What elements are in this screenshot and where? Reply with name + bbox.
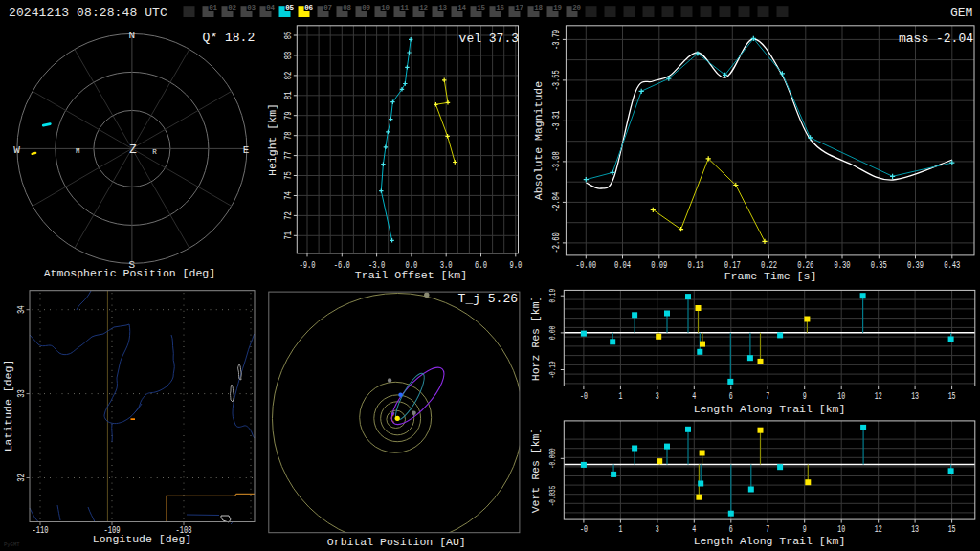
svg-text:Height [km]: Height [km] bbox=[266, 103, 278, 176]
svg-text:18: 18 bbox=[534, 4, 543, 11]
svg-text:07: 07 bbox=[323, 4, 331, 11]
svg-text:34: 34 bbox=[15, 305, 27, 314]
svg-text:20241213 08:28:48 UTC: 20241213 08:28:48 UTC bbox=[9, 6, 167, 20]
svg-text:09: 09 bbox=[362, 4, 370, 11]
svg-text:T_j 5.26: T_j 5.26 bbox=[458, 292, 518, 306]
svg-text:6.0: 6.0 bbox=[475, 260, 487, 272]
svg-text:-0.19: -0.19 bbox=[546, 361, 557, 378]
svg-text:0.13: 0.13 bbox=[687, 260, 703, 272]
svg-text:Vert Res [km]: Vert Res [km] bbox=[529, 428, 542, 514]
svg-text:-0.00: -0.00 bbox=[576, 260, 596, 272]
svg-text:15: 15 bbox=[948, 523, 956, 535]
svg-text:17: 17 bbox=[515, 4, 523, 11]
svg-text:13: 13 bbox=[911, 523, 919, 535]
svg-text:Frame Time [s]: Frame Time [s] bbox=[724, 270, 817, 282]
svg-text:Orbital Position [AU]: Orbital Position [AU] bbox=[327, 536, 466, 548]
svg-text:20: 20 bbox=[572, 4, 581, 11]
svg-text:-3.31: -3.31 bbox=[550, 111, 562, 131]
svg-text:05: 05 bbox=[285, 4, 294, 11]
svg-text:10: 10 bbox=[837, 523, 845, 535]
svg-text:79: 79 bbox=[282, 111, 294, 120]
svg-text:81: 81 bbox=[282, 92, 294, 100]
svg-text:10: 10 bbox=[837, 391, 845, 403]
svg-text:78: 78 bbox=[282, 131, 294, 140]
svg-text:0.30: 0.30 bbox=[834, 260, 850, 272]
svg-text:Z: Z bbox=[129, 143, 137, 157]
svg-text:7: 7 bbox=[766, 391, 769, 403]
svg-text:85: 85 bbox=[282, 32, 294, 40]
svg-text:1: 1 bbox=[618, 391, 622, 403]
svg-text:Length Along Trail [km]: Length Along Trail [km] bbox=[694, 403, 846, 415]
svg-text:-2.84: -2.84 bbox=[550, 192, 562, 212]
svg-text:-3.08: -3.08 bbox=[550, 151, 562, 171]
svg-text:N: N bbox=[129, 30, 136, 41]
svg-text:6: 6 bbox=[729, 391, 733, 403]
svg-text:-3.55: -3.55 bbox=[550, 70, 562, 90]
svg-text:-2.60: -2.60 bbox=[550, 232, 562, 253]
svg-text:vel 37.3: vel 37.3 bbox=[459, 32, 519, 46]
svg-text:Length Along Trail [km]: Length Along Trail [km] bbox=[694, 535, 846, 547]
svg-text:4: 4 bbox=[692, 391, 696, 403]
svg-text:6: 6 bbox=[729, 523, 733, 535]
svg-text:74: 74 bbox=[282, 191, 294, 200]
svg-text:83: 83 bbox=[282, 52, 294, 60]
svg-text:75: 75 bbox=[282, 171, 294, 180]
svg-text:Trail Offset [km]: Trail Offset [km] bbox=[355, 269, 467, 281]
svg-text:0.19: 0.19 bbox=[546, 289, 557, 303]
svg-text:M: M bbox=[76, 147, 80, 155]
svg-text:W: W bbox=[13, 144, 20, 156]
svg-text:GEM: GEM bbox=[950, 6, 972, 20]
svg-text:13: 13 bbox=[438, 4, 447, 11]
svg-text:1: 1 bbox=[618, 523, 622, 535]
svg-text:06: 06 bbox=[304, 4, 313, 11]
svg-text:-9.0: -9.0 bbox=[299, 260, 315, 272]
svg-text:-0: -0 bbox=[580, 391, 588, 403]
svg-text:71: 71 bbox=[282, 231, 294, 240]
svg-text:-0: -0 bbox=[580, 523, 588, 535]
svg-text:32: 32 bbox=[15, 474, 27, 482]
svg-text:10: 10 bbox=[381, 4, 390, 11]
svg-text:-0.035: -0.035 bbox=[546, 485, 557, 506]
svg-text:11: 11 bbox=[400, 4, 409, 11]
svg-text:Atmospheric Position [deg]: Atmospheric Position [deg] bbox=[44, 267, 215, 279]
svg-text:Absolute Magnitude: Absolute Magnitude bbox=[532, 81, 545, 200]
svg-text:08: 08 bbox=[343, 4, 351, 11]
svg-text:0.35: 0.35 bbox=[871, 260, 887, 272]
svg-text:02: 02 bbox=[228, 4, 236, 11]
svg-text:0.00: 0.00 bbox=[546, 325, 557, 340]
svg-text:16: 16 bbox=[496, 4, 504, 11]
svg-text:19: 19 bbox=[553, 4, 562, 11]
svg-text:14: 14 bbox=[457, 4, 466, 11]
svg-text:15: 15 bbox=[948, 391, 956, 403]
svg-text:R: R bbox=[152, 148, 157, 156]
svg-text:04: 04 bbox=[266, 4, 275, 11]
svg-text:Q* 18.2: Q* 18.2 bbox=[203, 31, 256, 45]
svg-text:9: 9 bbox=[803, 523, 807, 535]
svg-text:9.0: 9.0 bbox=[509, 260, 522, 272]
svg-text:Horz Res [km]: Horz Res [km] bbox=[529, 296, 542, 382]
svg-text:12: 12 bbox=[875, 523, 882, 535]
svg-text:15: 15 bbox=[477, 4, 485, 11]
svg-text:3: 3 bbox=[656, 391, 659, 403]
svg-text:0.43: 0.43 bbox=[944, 260, 960, 272]
svg-text:0.04: 0.04 bbox=[614, 260, 631, 272]
svg-text:33: 33 bbox=[15, 389, 27, 398]
svg-text:01: 01 bbox=[209, 4, 217, 11]
svg-text:0.09: 0.09 bbox=[651, 260, 667, 272]
svg-text:03: 03 bbox=[247, 4, 256, 11]
svg-text:PyGMT: PyGMT bbox=[4, 541, 20, 548]
svg-text:9: 9 bbox=[803, 391, 807, 403]
svg-text:72: 72 bbox=[282, 211, 294, 220]
svg-text:12: 12 bbox=[875, 391, 882, 403]
svg-text:E: E bbox=[243, 144, 250, 156]
svg-text:4: 4 bbox=[692, 523, 696, 535]
svg-text:-110: -110 bbox=[32, 524, 48, 536]
svg-text:-0.000: -0.000 bbox=[546, 448, 557, 469]
svg-text:82: 82 bbox=[282, 72, 294, 80]
svg-text:12: 12 bbox=[419, 4, 428, 11]
svg-text:-6.0: -6.0 bbox=[334, 260, 350, 272]
svg-text:3: 3 bbox=[656, 523, 659, 535]
svg-text:7: 7 bbox=[766, 523, 769, 535]
svg-text:Latitude [deg]: Latitude [deg] bbox=[2, 360, 14, 452]
svg-text:mass -2.04: mass -2.04 bbox=[899, 32, 973, 46]
